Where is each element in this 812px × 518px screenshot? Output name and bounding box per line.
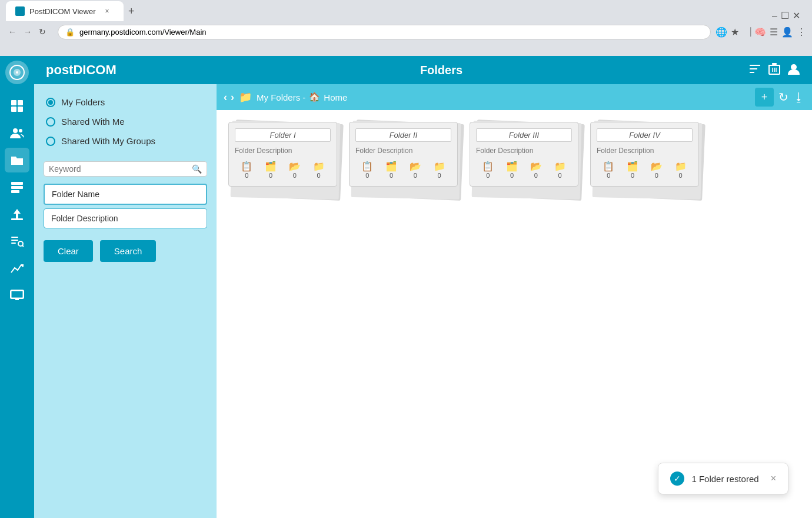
breadcrumb-forward-button[interactable]: ›	[231, 91, 234, 104]
folder-area: ‹ › 📁 My Folders - 🏠 Home + ↻ ⭳	[217, 84, 812, 518]
bookmark-icon[interactable]: ★	[731, 26, 739, 38]
trash-icon[interactable]	[768, 62, 780, 78]
svg-rect-6	[18, 107, 23, 112]
svg-rect-12	[11, 218, 23, 220]
lock-icon: 🔒	[65, 28, 75, 36]
filter-folder-description[interactable]: Folder Description	[44, 208, 207, 228]
svg-rect-19	[11, 291, 23, 298]
logo-icon	[9, 64, 25, 81]
svg-rect-5	[11, 107, 16, 112]
nav-item-shared-with-me[interactable]: Shared With Me	[44, 113, 207, 130]
svg-point-16	[18, 241, 23, 246]
sidebar-toggle-icon[interactable]: ☰	[770, 26, 778, 38]
close-icon[interactable]: ✕	[793, 10, 800, 21]
new-tab-button[interactable]: +	[128, 5, 135, 18]
svg-point-2	[16, 71, 18, 74]
svg-rect-9	[11, 182, 23, 185]
sidebar-icon-analytics[interactable]	[5, 256, 29, 281]
translate-icon[interactable]: 🌐	[716, 26, 727, 38]
svg-point-8	[19, 129, 22, 132]
breadcrumb-back-button[interactable]: ‹	[224, 91, 227, 104]
refresh-folder-button[interactable]: ↻	[778, 90, 788, 104]
folder-card-3[interactable]: Folder IV Folder Description 📋 0 🗂️ 0	[590, 122, 699, 187]
profile-icon[interactable]: 👤	[781, 26, 793, 38]
sidebar-icon-users[interactable]	[5, 121, 29, 145]
folder-card-2[interactable]: Folder III Folder Description 📋 0 🗂️ 0	[470, 122, 578, 187]
menu-icon[interactable]: ⋮	[797, 26, 806, 38]
clear-button[interactable]: Clear	[44, 240, 93, 262]
nav-radio-my-folders	[46, 98, 55, 107]
keyword-input[interactable]	[49, 164, 188, 174]
nav-radio-shared-with-me	[46, 117, 55, 127]
nav-label-shared-with-me: Shared With Me	[61, 117, 125, 127]
add-folder-button[interactable]: +	[755, 88, 774, 107]
svg-rect-4	[18, 100, 23, 105]
breadcrumb-actions: + ↻ ⭳	[755, 88, 805, 107]
keyword-search-box[interactable]: 🔍	[44, 161, 207, 177]
toast-message: 1 Folder restored	[691, 474, 758, 484]
tab-favicon	[15, 6, 25, 16]
address-bar[interactable]: 🔒	[58, 25, 711, 39]
sidebar-icon-monitor[interactable]	[5, 283, 29, 308]
svg-rect-11	[11, 190, 19, 193]
svg-rect-30	[772, 63, 777, 65]
tab-close-button[interactable]: ×	[105, 7, 109, 15]
minimize-icon[interactable]: –	[772, 11, 777, 21]
folder-card-0[interactable]: Folder I Folder Description 📋 0 🗂️ 0	[228, 122, 337, 187]
forward-button[interactable]: →	[21, 25, 34, 39]
breadcrumb-home-icon: 🏠	[309, 92, 320, 102]
logo-text: postDICOM	[46, 62, 134, 78]
sidebar-icon-upload[interactable]	[5, 202, 29, 227]
toast-icon: ✓	[670, 471, 684, 486]
svg-line-17	[22, 245, 24, 247]
browser-tab[interactable]: PostDICOM Viewer ×	[6, 1, 124, 21]
svg-rect-10	[11, 186, 23, 189]
maximize-icon[interactable]: ☐	[781, 10, 789, 21]
nav-label-my-folders: My Folders	[61, 97, 105, 107]
sidebar-icon-folder[interactable]	[5, 148, 29, 172]
side-panel: My Folders Shared With Me Shared With My…	[34, 84, 217, 518]
search-button-row: Clear Search	[44, 240, 207, 262]
nav-section: My Folders Shared With Me Shared With My…	[44, 94, 207, 150]
url-input[interactable]	[79, 28, 703, 36]
sort-icon[interactable]	[748, 63, 761, 78]
page-title: Folders	[134, 64, 748, 77]
nav-item-shared-with-groups[interactable]: Shared With My Groups	[44, 132, 207, 150]
folder-breadcrumb: ‹ › 📁 My Folders - 🏠 Home + ↻ ⭳	[217, 84, 812, 110]
app-logo	[5, 61, 29, 84]
refresh-button[interactable]: ↻	[36, 25, 48, 39]
toast-close-button[interactable]: ×	[771, 473, 776, 484]
svg-rect-13	[11, 237, 18, 238]
app-header: postDICOM Folders	[34, 56, 812, 84]
svg-rect-3	[11, 100, 16, 105]
svg-rect-18	[11, 290, 24, 298]
extensions-icon[interactable]: 🧠	[754, 26, 766, 38]
filter-fields: Folder Name Folder Description	[44, 184, 207, 228]
toast-notification: ✓ 1 Folder restored ×	[658, 463, 788, 494]
svg-rect-15	[11, 243, 16, 244]
svg-point-31	[791, 64, 797, 70]
back-button[interactable]: ←	[6, 25, 19, 39]
export-button[interactable]: ⭳	[793, 91, 805, 104]
folder-card-1[interactable]: Folder II Folder Description 📋 0 🗂️ 0	[349, 122, 458, 187]
split-icon[interactable]: ⎹	[743, 26, 751, 37]
sidebar-icon-grid[interactable]	[5, 94, 29, 118]
svg-rect-14	[11, 240, 18, 241]
filter-folder-name[interactable]: Folder Name	[44, 184, 207, 205]
tab-title: PostDICOM Viewer	[29, 7, 95, 16]
breadcrumb-text: My Folders - 🏠 Home	[257, 92, 347, 102]
user-icon[interactable]	[787, 62, 800, 78]
search-icon: 🔍	[192, 164, 202, 174]
icon-sidebar	[0, 56, 34, 518]
nav-item-my-folders[interactable]: My Folders	[44, 94, 207, 111]
nav-radio-shared-with-groups	[46, 137, 55, 146]
nav-label-shared-with-groups: Shared With My Groups	[61, 136, 155, 146]
breadcrumb-folder-icon: 📁	[239, 91, 252, 104]
folders-grid: Folder I Folder Description 📋 0 🗂️ 0	[217, 110, 812, 518]
sidebar-icon-stack[interactable]	[5, 175, 29, 200]
search-button[interactable]: Search	[100, 240, 157, 262]
sidebar-icon-search-list[interactable]	[5, 229, 29, 254]
svg-point-7	[13, 128, 18, 133]
